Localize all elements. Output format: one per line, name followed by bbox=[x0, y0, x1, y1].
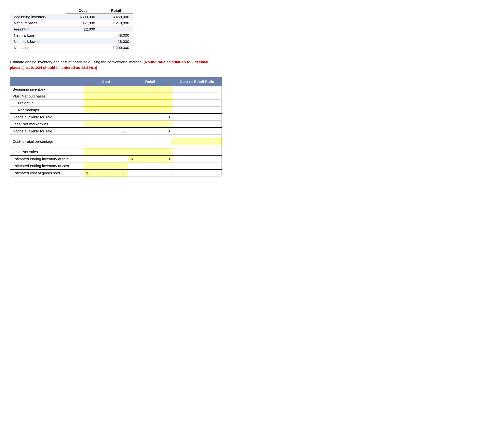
net-markdowns-retail-field[interactable] bbox=[131, 122, 170, 126]
est-cogs-row: Estimated cost of goods sold $ bbox=[10, 169, 222, 176]
freight-in-retail-input[interactable] bbox=[128, 100, 172, 107]
ref-row-retail: 48,000 bbox=[99, 32, 133, 38]
est-ending-cost-input[interactable] bbox=[84, 162, 128, 170]
beginning-inventory-retail-field[interactable] bbox=[131, 87, 170, 91]
net-purchases-cost-input[interactable] bbox=[84, 93, 128, 100]
row-label: Goods available for sale bbox=[10, 113, 84, 121]
est-ending-retail-field[interactable] bbox=[133, 157, 170, 161]
ref-row-label: Net purchases bbox=[10, 20, 66, 26]
ref-row-label: Freight-in bbox=[10, 26, 66, 32]
net-purchases-cost-field[interactable] bbox=[86, 94, 126, 98]
row-label: Plus: Net purchases bbox=[10, 93, 84, 100]
spacer-cell bbox=[10, 135, 222, 138]
net-sales-cost-field[interactable] bbox=[86, 150, 126, 154]
net-markdowns-cost-input[interactable] bbox=[84, 121, 128, 128]
ref-row-cost: 22,000 bbox=[66, 26, 99, 32]
est-cogs-ratio-cell bbox=[172, 169, 222, 176]
table-row: Less: Net sales bbox=[10, 148, 222, 156]
table-row: Freight-in bbox=[10, 100, 222, 107]
net-sales-ratio-cell bbox=[172, 148, 222, 156]
ref-retail-header: Retail bbox=[99, 7, 133, 14]
net-markups-cost-field[interactable] bbox=[86, 108, 126, 112]
row-label: Goods available for sale bbox=[10, 128, 84, 135]
est-cogs-cost-input[interactable]: $ bbox=[84, 169, 128, 176]
ref-row-cost bbox=[66, 45, 99, 51]
ref-cost-header: Cost bbox=[66, 7, 99, 14]
net-markdowns-retail-input[interactable] bbox=[128, 121, 172, 128]
row-label: Estimated ending inventory at cost bbox=[10, 162, 84, 170]
goods-available-2-cost-cell: 0 bbox=[84, 128, 128, 135]
row-label: Estimated cost of goods sold bbox=[10, 169, 84, 176]
goods-available-1-retail-cell: 0 bbox=[128, 113, 172, 121]
goods-available-1-row: Goods available for sale 0 bbox=[10, 113, 222, 121]
ref-row-retail: 1,210,000 bbox=[99, 20, 133, 26]
ref-row-label: Net markdowns bbox=[10, 38, 66, 45]
est-cogs-cost-field[interactable] bbox=[89, 171, 126, 175]
main-retail-header: Retail bbox=[128, 78, 172, 86]
row-label: Beginning inventory bbox=[10, 86, 84, 93]
cost-to-retail-pct-row: Cost-to-retail percentage bbox=[10, 138, 222, 145]
net-markups-retail-field[interactable] bbox=[131, 108, 170, 112]
main-ratio-header: Cost-to-Retail Ratio bbox=[172, 78, 222, 86]
freight-in-cost-input[interactable] bbox=[84, 100, 128, 107]
est-ending-cost-field[interactable] bbox=[86, 164, 126, 168]
net-sales-retail-field[interactable] bbox=[131, 150, 170, 154]
dollar-sign: $ bbox=[131, 157, 133, 161]
goods-available-1-ratio-cell bbox=[172, 113, 222, 121]
net-purchases-retail-field[interactable] bbox=[131, 94, 170, 98]
row-label: Net markups bbox=[10, 107, 84, 114]
ref-row-label: Net markups bbox=[10, 32, 66, 38]
beginning-inventory-retail-input[interactable] bbox=[128, 86, 172, 93]
table-row: Beginning inventory bbox=[10, 86, 222, 93]
ref-row-retail: 18,000 bbox=[99, 38, 133, 45]
row-label: Less: Net sales bbox=[10, 148, 84, 156]
cost-to-retail-pct-ratio-input[interactable] bbox=[172, 138, 222, 145]
cost-to-retail-pct-cost-cell bbox=[84, 138, 128, 145]
est-cogs-retail-cell bbox=[128, 169, 172, 176]
table-row: Plus: Net purchases bbox=[10, 93, 222, 100]
freight-in-cost-field[interactable] bbox=[86, 101, 126, 105]
row-label: Estimated ending inventory at retail bbox=[10, 155, 84, 162]
ref-row-retail: 1,200,000 bbox=[99, 45, 133, 51]
row-label: Less: Net markdowns bbox=[10, 121, 84, 128]
net-purchases-retail-input[interactable] bbox=[128, 93, 172, 100]
cost-to-retail-ratio-field[interactable] bbox=[175, 139, 219, 144]
table-row: Less: Net markdowns bbox=[10, 121, 222, 128]
net-sales-retail-input[interactable] bbox=[128, 148, 172, 156]
ref-row-cost: 861,000 bbox=[66, 20, 99, 26]
est-ending-cost-row: Estimated ending inventory at cost bbox=[10, 162, 222, 170]
instruction-normal-text: Estimate ending inventory and cost of go… bbox=[10, 60, 143, 64]
net-markdowns-cost-field[interactable] bbox=[86, 122, 126, 126]
ref-row-cost bbox=[66, 32, 99, 38]
ref-row-retail bbox=[99, 26, 133, 32]
goods-available-2-row: Goods available for sale 0 0 bbox=[10, 128, 222, 135]
dollar-sign: $ bbox=[86, 171, 88, 175]
ref-row-label: Beginning inventory bbox=[10, 14, 66, 20]
ref-row-cost: $300,000 bbox=[66, 14, 99, 20]
ref-row-retail: $ 450,000 bbox=[99, 14, 133, 20]
main-label-header bbox=[10, 78, 84, 86]
net-markups-retail-input[interactable] bbox=[128, 107, 172, 114]
net-markups-cost-input[interactable] bbox=[84, 107, 128, 114]
beginning-inventory-cost-field[interactable] bbox=[86, 87, 126, 91]
spacer-row bbox=[10, 135, 222, 138]
ref-row-label: Net sales bbox=[10, 45, 66, 51]
net-purchases-ratio-cell bbox=[172, 93, 222, 100]
est-ending-cost-retail-cell bbox=[128, 162, 172, 170]
freight-in-retail-field[interactable] bbox=[131, 101, 170, 105]
est-ending-retail-retail-cell[interactable]: $ bbox=[128, 155, 172, 162]
instruction-paragraph: Estimate ending inventory and cost of go… bbox=[10, 59, 212, 70]
goods-available-1-cost-cell bbox=[84, 113, 128, 121]
freight-in-ratio-cell bbox=[172, 100, 222, 107]
goods-available-2-retail-cell: 0 bbox=[128, 128, 172, 135]
main-answer-table: Cost Retail Cost-to-Retail Ratio Beginni… bbox=[10, 77, 222, 176]
est-ending-retail-row: Estimated ending inventory at retail $ bbox=[10, 155, 222, 162]
beginning-inventory-cost-input[interactable] bbox=[84, 86, 128, 93]
cost-to-retail-pct-retail-cell bbox=[128, 138, 172, 145]
spacer-row bbox=[10, 145, 222, 148]
net-sales-cost-input[interactable] bbox=[84, 148, 128, 156]
net-markups-ratio-cell bbox=[172, 107, 222, 114]
est-ending-retail-ratio-cell bbox=[172, 155, 222, 162]
spacer-cell bbox=[10, 145, 222, 148]
row-label: Cost-to-retail percentage bbox=[10, 138, 84, 145]
